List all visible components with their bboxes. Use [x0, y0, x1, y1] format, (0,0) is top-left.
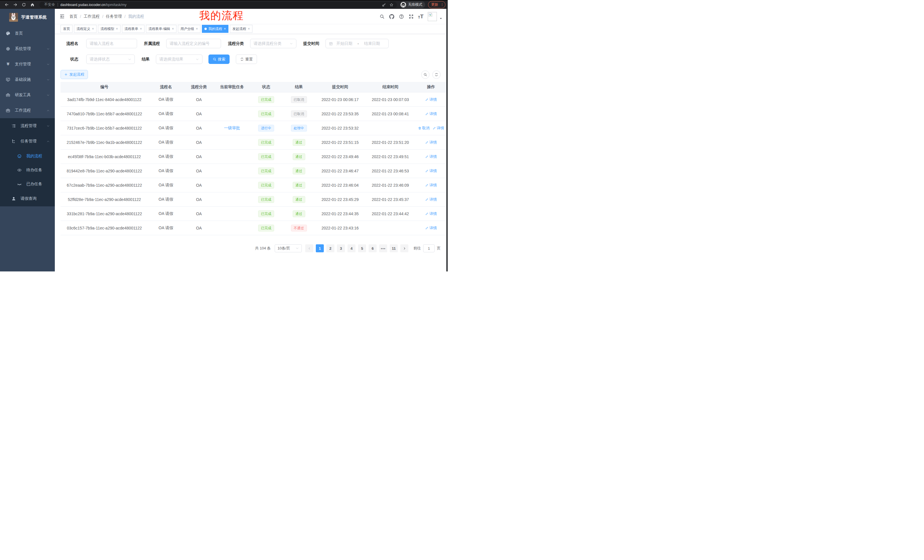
avatar[interactable] [428, 12, 437, 21]
tab-3[interactable]: 流程表单× [122, 25, 144, 33]
action-edit[interactable]: 详情 [433, 126, 444, 131]
sidebar-item-4[interactable]: 研发工具 [0, 87, 55, 103]
fullscreen-icon[interactable] [408, 14, 414, 19]
close-icon[interactable]: × [172, 27, 174, 30]
sidebar-item-10[interactable]: 已办任务 [0, 177, 55, 191]
window-scrollbar-edge[interactable] [446, 9, 448, 271]
action-edit[interactable]: 详情 [425, 168, 437, 174]
address-bar[interactable]: 不安全 dashboard.yudao.iocoder.cn/bpm/task/… [39, 2, 397, 8]
sidebar-item-5[interactable]: 工作流程 [0, 103, 55, 118]
date-range-picker[interactable]: 开始日期 - 结束日期 [326, 39, 388, 48]
cell-end-time: 2022-01-22 23:45:37 [365, 192, 416, 207]
page-button-6[interactable]: 6 [369, 244, 376, 252]
security-indicator[interactable]: 不安全 [43, 2, 55, 7]
tab-7[interactable]: 发起流程× [230, 25, 252, 33]
sidebar-item-7[interactable]: 任务管理 [0, 133, 55, 149]
page-button-5[interactable]: 5 [358, 244, 366, 252]
tab-5[interactable]: 用户分组× [178, 25, 201, 33]
close-icon[interactable]: × [140, 27, 142, 30]
action-edit[interactable]: 详情 [425, 211, 437, 216]
sidebar-item-11[interactable]: 请假查询 [0, 191, 55, 207]
broken-image-icon [428, 13, 433, 17]
cell-submit-time: 2022-01-22 23:53:35 [315, 107, 365, 121]
app-logo[interactable]: 芋道管理系统 [0, 9, 55, 26]
action-label: 详情 [429, 97, 437, 102]
pager-ellipsis[interactable]: ••• [379, 244, 387, 252]
action-edit[interactable]: 详情 [425, 226, 437, 231]
name-input[interactable]: 请输入流程名 [86, 39, 137, 48]
action-edit[interactable]: 详情 [425, 183, 437, 188]
next-page-button[interactable] [400, 244, 408, 252]
tab-6[interactable]: 我的流程× [202, 25, 228, 33]
sidebar-item-1[interactable]: 系统管理 [0, 41, 55, 57]
tab-0[interactable]: 首页 [60, 25, 72, 33]
sidebar-toggle-icon[interactable] [59, 14, 65, 19]
breadcrumb-item[interactable]: 任务管理 [106, 14, 122, 19]
cell-result: 通过 [282, 207, 315, 221]
show-search-button[interactable] [421, 70, 429, 79]
refresh-table-button[interactable] [432, 70, 441, 79]
goto-page-input[interactable]: 1 [423, 244, 435, 252]
close-icon[interactable]: × [196, 27, 198, 30]
result-label: 结果 [142, 57, 150, 62]
action-edit[interactable]: 详情 [425, 111, 437, 117]
action-edit[interactable]: 详情 [425, 197, 437, 202]
table-row: 03c6c157-7b9a-11ec-a290-acde48001122OA 请… [60, 221, 446, 235]
table-row: 3ad174fb-7b9d-11ec-8404-acde48001122OA 请… [60, 93, 446, 107]
font-size-icon[interactable]: TT [418, 14, 423, 19]
password-key-icon[interactable] [382, 3, 386, 7]
category-select[interactable]: 请选择流程分类 [250, 39, 296, 48]
action-edit[interactable]: 详情 [425, 140, 437, 145]
page-button-11[interactable]: 11 [390, 244, 398, 252]
prev-page-button[interactable] [305, 244, 313, 252]
cell-task [214, 150, 250, 164]
close-icon[interactable]: × [92, 27, 94, 30]
status-select[interactable]: 请选择状态 [86, 54, 135, 64]
breadcrumb-item[interactable]: 工作流程 [84, 14, 100, 19]
table-row: 67c2eaab-7b9a-11ec-a290-acde48001122OA 请… [60, 178, 446, 192]
sidebar-item-0[interactable]: 首页 [0, 26, 55, 41]
process-input[interactable]: 请输入流程定义的编号 [166, 39, 221, 48]
tab-2[interactable]: 流程模型× [98, 25, 120, 33]
task-link[interactable]: 一级审批 [224, 126, 240, 130]
status-badge: 进行中 [258, 125, 274, 132]
action-edit[interactable]: 详情 [425, 97, 437, 102]
page-button-3[interactable]: 3 [337, 244, 345, 252]
avatar-caret-icon[interactable] [440, 17, 442, 20]
cell-category: OA [184, 192, 214, 207]
sidebar-item-8[interactable]: 我的流程 [0, 149, 55, 163]
page-button-2[interactable]: 2 [326, 244, 334, 252]
start-process-button[interactable]: 发起流程 [60, 70, 88, 79]
cell-submit-time: 2022-01-22 23:43:16 [315, 221, 365, 235]
sidebar-item-3[interactable]: 基础设施 [0, 72, 55, 87]
help-icon[interactable] [399, 14, 404, 19]
close-icon[interactable]: × [248, 27, 250, 30]
bookmark-star-icon[interactable] [390, 3, 393, 7]
tab-1[interactable]: 流程定义× [74, 25, 96, 33]
search-icon[interactable] [379, 14, 385, 19]
github-icon[interactable] [389, 14, 394, 19]
tab-label: 发起流程 [232, 27, 246, 31]
tab-4[interactable]: 流程表单-编辑× [146, 25, 177, 33]
home-button[interactable] [29, 1, 36, 8]
close-icon[interactable]: × [224, 27, 226, 30]
back-button[interactable] [3, 1, 10, 8]
breadcrumb-item[interactable]: 首页 [69, 14, 77, 19]
page-button-4[interactable]: 4 [348, 244, 356, 252]
action-trash[interactable]: 取消 [418, 126, 430, 131]
cell-category: OA [184, 107, 214, 121]
chrome-update-button[interactable]: 更新 [428, 1, 446, 8]
page-size-select[interactable]: 10条/页 [274, 244, 302, 252]
close-icon[interactable]: × [116, 27, 118, 30]
forward-button[interactable] [12, 1, 18, 8]
sidebar-item-6[interactable]: 流程管理 [0, 118, 55, 133]
browser-menu-icon[interactable] [440, 3, 444, 7]
reset-button[interactable]: 重置 [236, 54, 257, 64]
sidebar-item-9[interactable]: 待办任务 [0, 163, 55, 177]
search-button[interactable]: 搜索 [208, 54, 230, 64]
action-edit[interactable]: 详情 [425, 154, 437, 159]
result-select[interactable]: 请选择流结果 [156, 54, 202, 64]
reload-button[interactable] [20, 1, 27, 8]
page-button-1[interactable]: 1 [316, 244, 324, 252]
sidebar-item-2[interactable]: ¥支付管理 [0, 57, 55, 72]
